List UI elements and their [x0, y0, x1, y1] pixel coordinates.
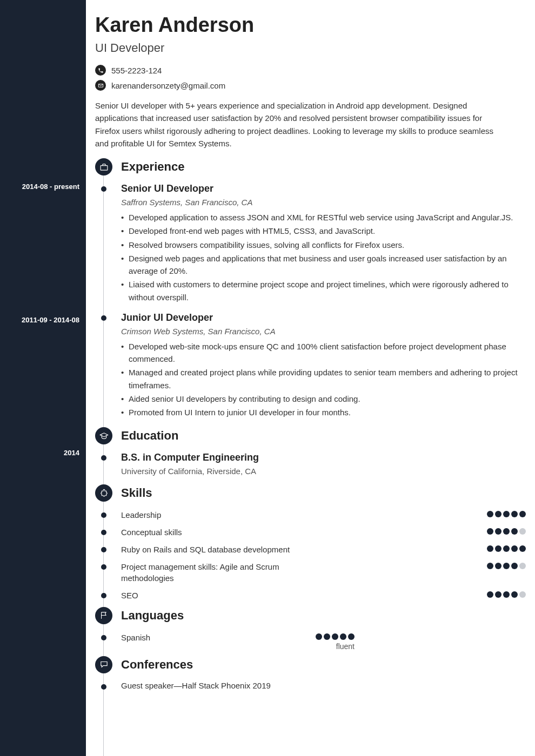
skill-name: SEO	[121, 590, 316, 602]
rating-dot	[495, 528, 501, 535]
skill-row: Conceptual skills	[95, 526, 526, 538]
timeline-dot	[101, 512, 106, 518]
skill-name: Ruby on Rails and SQL database developme…	[121, 544, 316, 556]
timeline-dot	[101, 186, 106, 192]
skill-row: Leadership	[95, 509, 526, 521]
language-level: fluent	[316, 642, 355, 651]
rating-dot	[487, 563, 493, 569]
skill-rating	[487, 544, 526, 552]
experience-entry: Senior UI Developer Saffron Systems, San…	[95, 183, 526, 303]
graduation-cap-icon	[95, 427, 112, 444]
skill-row: SEO	[95, 590, 526, 602]
rating-dot	[487, 591, 493, 598]
rating-dot	[511, 545, 518, 552]
flag-icon	[95, 607, 112, 624]
experience-entry: Junior UI Developer Crimson Web Systems,…	[95, 312, 526, 419]
phone-row: 555-2223-124	[95, 65, 535, 76]
entry-title: Junior UI Developer	[121, 312, 526, 323]
entry-subtitle: Saffron Systems, San Francisco, CA	[121, 198, 526, 207]
timeline-dot	[101, 315, 106, 321]
skill-name: Project management skills: Agile and Scr…	[121, 561, 316, 585]
rating-dot	[495, 511, 501, 517]
bullet-list: Developed web-site mock-ups ensure QC an…	[121, 340, 526, 419]
bullet-item: Developed application to assess JSON and…	[121, 211, 526, 224]
speech-bubble-icon	[95, 656, 112, 673]
skill-name: Leadership	[121, 509, 316, 521]
language-rating	[316, 632, 355, 640]
timeline-dot	[101, 635, 106, 640]
timeline-dot	[101, 455, 106, 461]
section-title: Languages	[121, 609, 184, 623]
date-range: 2014-08 - present	[22, 183, 79, 191]
skill-rating	[487, 561, 526, 569]
conference-item: Guest speaker—Half Stack Phoenix 2019	[95, 681, 526, 690]
briefcase-icon	[95, 158, 112, 176]
skill-row: Ruby on Rails and SQL database developme…	[95, 544, 526, 556]
conference-text: Guest speaker—Half Stack Phoenix 2019	[121, 681, 271, 690]
entry-title: B.S. in Computer Engineering	[121, 452, 526, 463]
rating-dot	[340, 633, 346, 640]
date-range: 2011-09 - 2014-08	[22, 316, 79, 324]
conferences-section: Conferences Guest speaker—Half Stack Pho…	[95, 656, 526, 690]
education-section: Education B.S. in Computer Engineering U…	[95, 427, 526, 476]
resume-page: 2014-08 - present 2011-09 - 2014-08 2014…	[0, 0, 535, 756]
date-range: 2014	[64, 449, 79, 457]
sidebar: 2014-08 - present 2011-09 - 2014-08 2014	[0, 0, 86, 756]
skill-rating	[487, 590, 526, 598]
entry-subtitle: University of California, Riverside, CA	[121, 467, 526, 476]
rating-dot	[503, 563, 510, 569]
email-icon	[95, 80, 106, 91]
rating-dot	[503, 511, 510, 517]
rating-dot	[495, 591, 501, 598]
skill-name: Conceptual skills	[121, 526, 316, 538]
language-row: Spanishfluent	[95, 632, 526, 651]
bullet-item: Developed front-end web pages with HTML5…	[121, 225, 526, 237]
rating-dot	[487, 511, 493, 517]
section-title: Skills	[121, 486, 152, 500]
rating-dot	[511, 563, 518, 569]
section-title: Education	[121, 429, 178, 443]
bullet-item: Developed web-site mock-ups ensure QC an…	[121, 340, 526, 366]
entry-title: Senior UI Developer	[121, 183, 526, 194]
rating-dot	[332, 633, 338, 640]
bullet-item: Managed and created project plans while …	[121, 366, 526, 392]
language-name: Spanish	[121, 632, 316, 644]
rating-dot	[503, 591, 510, 598]
puzzle-icon	[95, 484, 112, 502]
timeline-dot	[101, 684, 106, 690]
rating-dot	[519, 545, 526, 552]
rating-dot	[487, 528, 493, 535]
skill-rating	[487, 509, 526, 517]
rating-dot	[324, 633, 330, 640]
skills-section: Skills LeadershipConceptual skillsRuby o…	[95, 484, 526, 602]
rating-dot	[511, 591, 518, 598]
rating-dot	[487, 545, 493, 552]
experience-section: Experience Senior UI Developer Saffron S…	[95, 158, 526, 418]
rating-dot	[503, 528, 510, 535]
bullet-item: Aided senior UI developers by contributi…	[121, 393, 526, 405]
rating-dot	[503, 545, 510, 552]
rating-dot	[519, 511, 526, 517]
skill-rating	[487, 526, 526, 535]
section-title: Experience	[121, 160, 184, 174]
bullet-item: Liaised with customers to determine proj…	[121, 278, 526, 303]
rating-dot	[519, 591, 526, 598]
phone-value: 555-2223-124	[111, 66, 162, 75]
education-entry: B.S. in Computer Engineering University …	[95, 452, 526, 476]
person-name: Karen Anderson	[95, 14, 535, 37]
timeline-dot	[101, 593, 106, 598]
timeline-dot	[101, 564, 106, 570]
phone-icon	[95, 65, 106, 76]
rating-dot	[495, 545, 501, 552]
rating-dot	[511, 511, 518, 517]
timeline-dot	[101, 547, 106, 552]
languages-section: Languages Spanishfluent	[95, 607, 526, 651]
main-content: Karen Anderson UI Developer 555-2223-124…	[86, 0, 535, 756]
bullet-item: Resolved browsers compatibility issues, …	[121, 239, 526, 251]
timeline-dot	[101, 530, 106, 535]
email-value: karenandersonzety@gmail.com	[111, 81, 225, 90]
summary-text: Senior UI developer with 5+ years experi…	[95, 99, 495, 150]
rating-dot	[348, 633, 355, 640]
job-title: UI Developer	[95, 41, 535, 55]
entry-subtitle: Crimson Web Systems, San Francisco, CA	[121, 327, 526, 336]
